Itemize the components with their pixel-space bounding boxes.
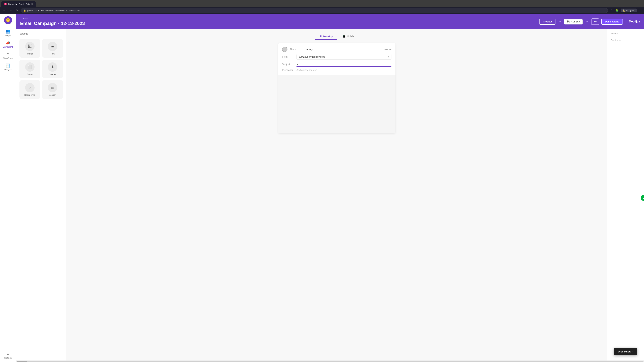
spacer-label: Spacer [49, 73, 56, 76]
desktop-icon: 🖥 [319, 35, 322, 38]
desktop-label: Desktop [323, 35, 333, 38]
app-nav: 😊 👥 People 📣 Campaigns ⚙ Workflows 📊 Ana… [0, 14, 16, 362]
right-panel: Header Email body G [607, 29, 644, 361]
save-icon: 💾 [567, 20, 570, 23]
tab-title: Campaign Email · Drip [8, 3, 30, 5]
drip-support-button[interactable]: Drip Support [614, 348, 637, 355]
desktop-view-button[interactable]: 🖥 Desktop [315, 33, 337, 40]
text-label: Text [50, 52, 54, 55]
name-row: Name Lindsay Collapse [282, 46, 392, 52]
people-icon: 👥 [6, 29, 10, 34]
name-label: Name [290, 48, 302, 51]
name-value: Lindsay [304, 48, 312, 51]
address-text: getdrip.com/7641396/broadcasts/318674615… [27, 9, 80, 12]
settings-icon: ⚙ [6, 352, 10, 356]
section-label: Section [49, 94, 56, 96]
refresh-button[interactable]: ↻ [15, 8, 19, 13]
element-image[interactable]: 🖼 Image [20, 39, 40, 58]
save-button[interactable]: 💾 < 1m ago [564, 19, 582, 24]
bookmark-button[interactable]: ☆ [610, 8, 613, 13]
image-icon: 🖼 [25, 42, 34, 51]
more-button[interactable]: ••• [591, 18, 600, 25]
social-links-label: Social links [24, 94, 35, 96]
editor-area: 🖥 Desktop 📱 Mobile Name [66, 29, 607, 361]
button-icon: ⬜ [25, 62, 34, 72]
collapse-button[interactable]: Collapse [383, 48, 392, 51]
app-logo[interactable]: 😊 [4, 16, 12, 24]
sidebar-item-analytics[interactable]: 📊 Analytics [1, 62, 15, 72]
people-label: People [5, 34, 11, 37]
mobile-label: Mobile [347, 35, 354, 38]
forward-button[interactable]: → [8, 8, 13, 13]
header-section: Header [611, 32, 641, 35]
grammarly-button[interactable]: G [641, 195, 644, 201]
from-value: 89f4222e@moodjoy.com [299, 55, 325, 58]
element-social-links[interactable]: ↗ Social links [20, 80, 40, 99]
brand-name: Moodjoy [629, 20, 640, 23]
menu-button[interactable]: ⋮ [638, 8, 642, 13]
tab-close-button[interactable]: ✕ [31, 3, 33, 5]
incognito-button[interactable]: 🕵 Incognito [621, 8, 636, 12]
redo-button[interactable]: ↪ [585, 19, 589, 24]
preheader-input[interactable]: Add preheader text [296, 69, 316, 71]
active-tab[interactable]: D Campaign Email · Drip ✕ [1, 1, 36, 7]
content-area: ← Back Email Campaign - 12-13-2023 Previ… [16, 14, 644, 362]
extensions-button[interactable]: 🧩 [615, 8, 619, 13]
incognito-icon: 🕵 [622, 9, 625, 12]
workflows-icon: ⚙ [6, 52, 10, 56]
spacer-icon: ⬍ [48, 62, 57, 72]
campaigns-icon: 📣 [6, 41, 10, 45]
page-title: Email Campaign - 12-13-2023 [20, 21, 539, 26]
header-label: Header [611, 32, 641, 35]
avatar [282, 46, 288, 52]
element-button[interactable]: ⬜ Button [20, 60, 40, 78]
preview-button[interactable]: Preview [539, 18, 556, 25]
preheader-label: Preheader [282, 69, 294, 71]
sidebar-item-workflows[interactable]: ⚙ Workflows [1, 50, 15, 61]
subject-row: Subject [282, 62, 392, 67]
subject-label: Subject [282, 63, 294, 65]
back-link[interactable]: ← Back [20, 17, 539, 20]
sidebar-item-campaigns[interactable]: 📣 Campaigns [1, 39, 15, 50]
sidebar-item-settings[interactable]: ⚙ Settings [1, 350, 15, 361]
tab-favicon: D [4, 3, 7, 5]
scroll-track [17, 361, 643, 362]
bottom-scrollbar[interactable] [16, 361, 644, 362]
done-editing-button[interactable]: Done editing [601, 18, 623, 25]
top-bar-actions: Preview ↩ 💾 < 1m ago ↪ ••• Done editing … [539, 18, 640, 25]
from-label: From [282, 55, 294, 58]
browser-chrome: D Campaign Email · Drip ✕ + ← → ↻ 🔒 getd… [0, 0, 644, 14]
elements-panel: Settings 🖼 Image ≡ Text ⬜ Button [16, 29, 66, 361]
from-row: From 89f4222e@moodjoy.com ▾ [282, 54, 392, 60]
back-button[interactable]: ← [2, 8, 7, 13]
element-spacer[interactable]: ⬍ Spacer [42, 60, 63, 78]
from-dropdown[interactable]: 89f4222e@moodjoy.com ▾ [296, 54, 392, 60]
image-label: Image [27, 52, 33, 55]
address-bar[interactable]: 🔒 getdrip.com/7641396/broadcasts/3186746… [21, 8, 608, 13]
settings-label: Settings [4, 357, 12, 359]
view-toggle: 🖥 Desktop 📱 Mobile [70, 33, 603, 40]
email-body-label: Email body [611, 39, 641, 41]
section-icon: ▦ [48, 83, 57, 92]
email-editor-card: Name Lindsay Collapse From 89f4222e@mood… [278, 43, 396, 133]
mobile-view-button[interactable]: 📱 Mobile [338, 33, 358, 40]
subject-input[interactable] [296, 62, 392, 67]
element-section[interactable]: ▦ Section [42, 80, 63, 99]
element-text[interactable]: ≡ Text [42, 39, 63, 58]
app: 😊 👥 People 📣 Campaigns ⚙ Workflows 📊 Ana… [0, 14, 644, 362]
social-links-icon: ↗ [25, 83, 34, 92]
workflows-label: Workflows [3, 57, 12, 59]
new-tab-button[interactable]: + [36, 1, 42, 6]
logo-icon: 😊 [6, 18, 10, 22]
settings-link[interactable]: Settings [20, 32, 63, 35]
text-icon: ≡ [48, 42, 57, 51]
browser-nav: ← → ↻ 🔒 getdrip.com/7641396/broadcasts/3… [0, 7, 644, 14]
email-body-area [278, 75, 396, 133]
main-content: Settings 🖼 Image ≡ Text ⬜ Button [16, 29, 644, 361]
page-title-area: ← Back Email Campaign - 12-13-2023 [20, 17, 539, 26]
analytics-icon: 📊 [6, 63, 10, 68]
sidebar-item-people[interactable]: 👥 People [1, 28, 15, 38]
undo-button[interactable]: ↩ [558, 19, 562, 24]
analytics-label: Analytics [4, 68, 12, 71]
scroll-thumb[interactable] [17, 361, 27, 362]
